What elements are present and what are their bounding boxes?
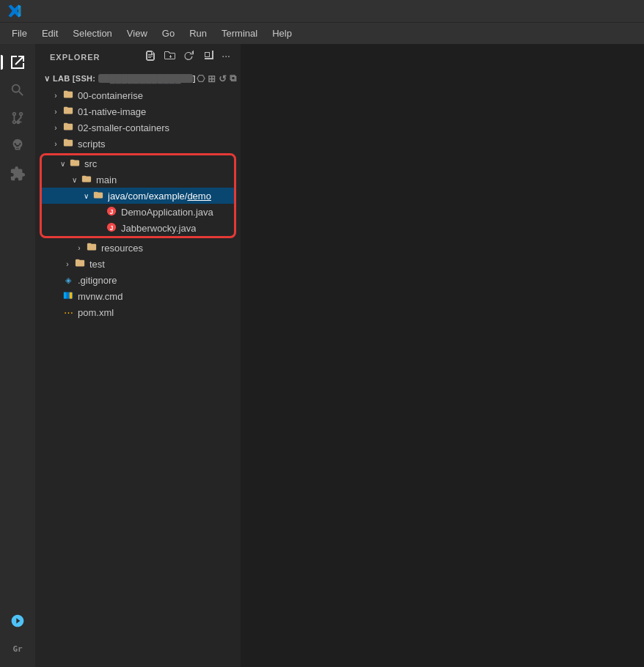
- folder-icon-main-open: [80, 174, 93, 186]
- svg-text:J: J: [110, 207, 114, 215]
- chevron-00: ›: [50, 92, 62, 100]
- folder-main-label: main: [96, 174, 117, 185]
- chevron-02: ›: [50, 124, 62, 132]
- chevron-test: ›: [62, 260, 73, 268]
- sidebar-header-icons: ···: [144, 48, 232, 65]
- menu-view[interactable]: View: [121, 26, 153, 40]
- svg-rect-5: [64, 292, 67, 298]
- menu-edit[interactable]: Edit: [36, 26, 64, 40]
- search-activity-icon[interactable]: [5, 78, 30, 103]
- file-pom-label: pom.xml: [78, 307, 114, 318]
- svg-text:J: J: [110, 224, 114, 231]
- accounts-icon[interactable]: Gr: [5, 636, 30, 661]
- workspace-root[interactable]: ∨ LAB [SSH: ████████████] ⎔ ⊞ ↺ ⧉: [35, 70, 241, 87]
- file-mvnw-label: mvnw.cmd: [78, 291, 122, 302]
- folder-00-label: 00-containerise: [78, 90, 143, 101]
- folder-icon-02: [62, 122, 75, 134]
- file-gitignore-label: .gitignore: [78, 275, 117, 286]
- mvnw-icon: [62, 290, 75, 303]
- java-error-icon-jabberwocky: J: [105, 222, 118, 235]
- folder-test-label: test: [89, 259, 105, 270]
- folder-java-demo[interactable]: ∨ java/com/example/demo: [42, 188, 234, 204]
- chevron-java-demo: ∨: [80, 192, 92, 200]
- title-bar: [0, 0, 644, 22]
- highlight-region: ∨ src ∨ main ∨: [40, 153, 236, 238]
- menu-selection[interactable]: Selection: [67, 26, 117, 40]
- file-mvnw[interactable]: mvnw.cmd: [35, 288, 241, 304]
- vscode-logo: [7, 4, 22, 18]
- chevron-main: ∨: [68, 176, 80, 184]
- folder-icon-scripts: [62, 138, 75, 150]
- folder-scripts-label: scripts: [78, 139, 106, 150]
- sidebar: EXPLORER ··· ∨ LAB [: [35, 44, 241, 667]
- java-error-icon-demo: J: [105, 206, 118, 218]
- workspace-chevron: ∨: [41, 74, 53, 84]
- file-demo-application[interactable]: J DemoApplication.java: [42, 204, 234, 220]
- folder-icon-00: [62, 89, 75, 102]
- file-tree: ∨ LAB [SSH: ████████████] ⎔ ⊞ ↺ ⧉ › 00-c…: [35, 70, 241, 667]
- folder-src-label: src: [84, 158, 97, 169]
- chevron-01: ›: [50, 108, 62, 116]
- activity-bar: Gr: [0, 44, 35, 667]
- editor-area: [241, 44, 644, 667]
- workspace-name: LAB [SSH: ████████████]: [53, 74, 196, 83]
- menu-help[interactable]: Help: [266, 26, 298, 40]
- chevron-scripts: ›: [50, 140, 62, 148]
- folder-resources-label: resources: [101, 243, 143, 254]
- refresh-icon[interactable]: [182, 48, 197, 65]
- main-layout: Gr EXPLORER ···: [0, 44, 644, 667]
- menu-go[interactable]: Go: [156, 26, 180, 40]
- source-control-activity-icon[interactable]: [5, 106, 30, 130]
- sidebar-header: EXPLORER ···: [35, 44, 241, 70]
- folder-icon-01: [62, 106, 75, 118]
- folder-icon-resources: [85, 242, 98, 254]
- folder-01-label: 01-native-image: [78, 106, 146, 117]
- folder-02-label: 02-smaller-containers: [78, 122, 169, 133]
- folder-01-native-image[interactable]: › 01-native-image: [35, 103, 241, 119]
- demo-underline: demo: [187, 191, 211, 202]
- folder-java-demo-label: java/com/example/demo: [108, 191, 211, 202]
- folder-test[interactable]: › test: [35, 256, 241, 272]
- folder-src[interactable]: ∨ src: [42, 155, 234, 172]
- file-pom[interactable]: ⋯ pom.xml: [35, 304, 241, 320]
- collapse-all-icon[interactable]: [201, 48, 216, 65]
- new-file-icon[interactable]: [144, 48, 158, 65]
- svg-rect-6: [67, 292, 70, 298]
- folder-icon-test: [73, 258, 87, 270]
- chevron-resources: ›: [73, 244, 85, 252]
- menu-bar: File Edit Selection View Go Run Terminal…: [0, 22, 644, 44]
- folder-icon-java-open: [92, 190, 105, 202]
- remote-icon[interactable]: [5, 608, 30, 633]
- activity-bottom: Gr: [5, 608, 30, 661]
- folder-02-smaller-containers[interactable]: › 02-smaller-containers: [35, 119, 241, 136]
- extensions-activity-icon[interactable]: [5, 161, 30, 186]
- folder-scripts[interactable]: › scripts: [35, 136, 241, 152]
- explorer-activity-icon[interactable]: [5, 50, 30, 75]
- gitignore-icon: ◈: [62, 276, 75, 285]
- file-jabberwocky[interactable]: J Jabberwocky.java: [42, 220, 234, 236]
- more-actions-icon[interactable]: ···: [220, 48, 232, 65]
- menu-terminal[interactable]: Terminal: [216, 26, 263, 40]
- chevron-src: ∨: [56, 160, 68, 168]
- menu-file[interactable]: File: [6, 26, 33, 40]
- file-jabberwocky-label: Jabberwocky.java: [121, 223, 196, 234]
- run-debug-activity-icon[interactable]: [5, 133, 30, 158]
- svg-rect-7: [70, 292, 73, 298]
- pom-icon: ⋯: [62, 307, 75, 318]
- menu-run[interactable]: Run: [183, 26, 213, 40]
- explorer-title: EXPLORER: [50, 53, 100, 62]
- folder-icon-src-open: [68, 158, 81, 170]
- folder-main[interactable]: ∨ main: [42, 172, 234, 188]
- new-folder-icon[interactable]: [163, 48, 178, 65]
- folder-00-containerise[interactable]: › 00-containerise: [35, 87, 241, 103]
- file-gitignore[interactable]: ◈ .gitignore: [35, 272, 241, 288]
- folder-resources[interactable]: › resources: [35, 240, 241, 256]
- file-demo-app-label: DemoApplication.java: [121, 207, 213, 218]
